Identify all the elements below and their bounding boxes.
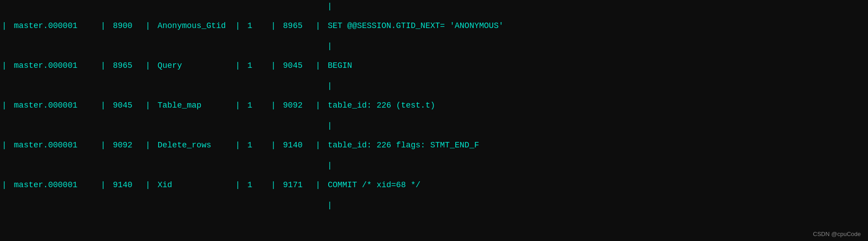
table-row: | master.000001 | 8965 | Query | 1 | 904… xyxy=(0,52,868,80)
connector-pipe: | xyxy=(327,42,332,51)
cell-info: table_id: 226 flags: STMT_END_F xyxy=(322,140,868,151)
cell-info: SET @@SESSION.GTID_NEXT= 'ANONYMOUS' xyxy=(322,20,868,32)
connector-row: | xyxy=(0,80,868,92)
pipe: | xyxy=(144,180,152,191)
pipe: | xyxy=(0,180,9,191)
table-row: | master.000001 | 9140 | Xid | 1 | 9171 … xyxy=(0,172,868,199)
bottom-connector-row: | xyxy=(0,199,868,212)
pipe: | xyxy=(269,60,278,71)
connector-pipe: | xyxy=(327,121,332,130)
cell-server-id: 1 xyxy=(242,100,269,111)
pipe: | xyxy=(314,20,322,32)
cell-event-type: Query xyxy=(152,60,233,71)
pipe: | xyxy=(99,20,108,32)
cell-event-type: Xid xyxy=(152,180,233,191)
cell-pos: 9092 xyxy=(108,140,144,151)
pipe: | xyxy=(314,180,322,191)
table-row: | master.000001 | 9045 | Table_map | 1 |… xyxy=(0,92,868,119)
cell-server-id: 1 xyxy=(242,20,269,32)
cell-info: table_id: 226 (test.t) xyxy=(322,100,868,111)
cell-server-id: 1 xyxy=(242,140,269,151)
pipe: | xyxy=(269,140,278,151)
pipe: | xyxy=(314,60,322,71)
pipe: | xyxy=(99,180,108,191)
pipe: | xyxy=(233,60,242,71)
pipe: | xyxy=(144,60,152,71)
pipe: | xyxy=(99,140,108,151)
pipe: | xyxy=(233,180,242,191)
cell-server-id: 1 xyxy=(242,60,269,71)
cell-pos: 9045 xyxy=(108,100,144,111)
pipe: | xyxy=(314,140,322,151)
connector-row: | xyxy=(0,40,868,52)
cell-log-name: master.000001 xyxy=(9,20,99,32)
connector-pipe: | xyxy=(327,161,332,170)
pipe: | xyxy=(269,100,278,111)
connector-row: | xyxy=(0,119,868,132)
cell-end-log-pos: 9045 xyxy=(278,60,314,71)
pipe: | xyxy=(314,100,322,111)
watermark-label: CSDN @cpuCode xyxy=(813,231,861,237)
cell-log-name: master.000001 xyxy=(9,60,99,71)
table-row: | master.000001 | 9092 | Delete_rows | 1… xyxy=(0,132,868,159)
pipe: | xyxy=(144,100,152,111)
cell-info: BEGIN xyxy=(322,60,868,71)
cell-server-id: 1 xyxy=(242,180,269,191)
table-row: | master.000001 | 8900 | Anonymous_Gtid … xyxy=(0,13,868,40)
bottom-connector-pipe: | xyxy=(327,201,332,210)
pipe: | xyxy=(269,180,278,191)
pipe: | xyxy=(233,140,242,151)
terminal-container: | | master.000001 | 8900 | Anonymous_Gti… xyxy=(0,0,868,241)
pipe: | xyxy=(269,20,278,32)
cell-end-log-pos: 9140 xyxy=(278,140,314,151)
pipe: | xyxy=(0,100,9,111)
cell-pos: 9140 xyxy=(108,180,144,191)
pipe: | xyxy=(0,60,9,71)
cell-event-type: Table_map xyxy=(152,100,233,111)
pipe: | xyxy=(233,100,242,111)
top-connector-pipe: | xyxy=(327,2,332,11)
top-connector-row: | xyxy=(0,0,868,13)
pipe: | xyxy=(99,60,108,71)
pipe: | xyxy=(144,20,152,32)
pipe: | xyxy=(0,20,9,32)
connector-row: | xyxy=(0,159,868,172)
pipe: | xyxy=(233,20,242,32)
cell-info: COMMIT /* xid=68 */ xyxy=(322,180,868,191)
cell-log-name: master.000001 xyxy=(9,100,99,111)
pipe: | xyxy=(144,140,152,151)
cell-end-log-pos: 8965 xyxy=(278,20,314,32)
cell-log-name: master.000001 xyxy=(9,140,99,151)
cell-end-log-pos: 9092 xyxy=(278,100,314,111)
pipe: | xyxy=(99,100,108,111)
cell-event-type: Anonymous_Gtid xyxy=(152,20,233,32)
cell-pos: 8965 xyxy=(108,60,144,71)
cell-log-name: master.000001 xyxy=(9,180,99,191)
cell-event-type: Delete_rows xyxy=(152,140,233,151)
pipe: | xyxy=(0,140,9,151)
connector-pipe: | xyxy=(327,81,332,90)
cell-pos: 8900 xyxy=(108,20,144,32)
log-rows-container: | master.000001 | 8900 | Anonymous_Gtid … xyxy=(0,13,868,199)
cell-end-log-pos: 9171 xyxy=(278,180,314,191)
